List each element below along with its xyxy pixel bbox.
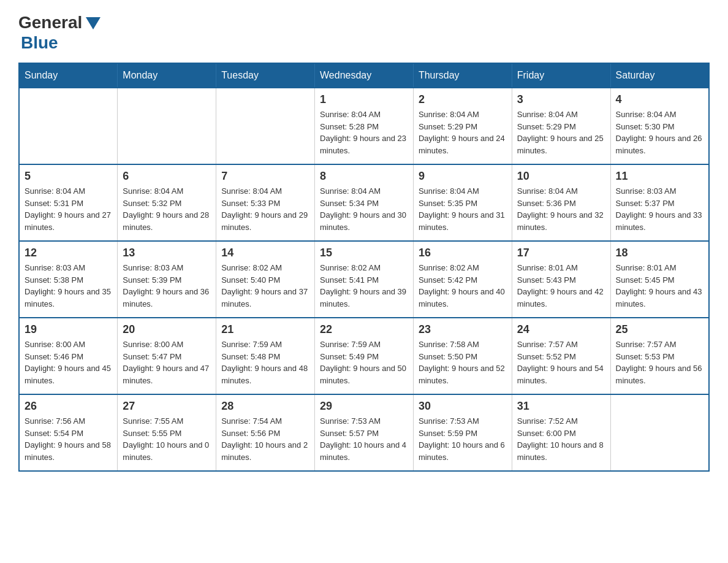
day-info: Sunrise: 8:03 AM Sunset: 5:39 PM Dayligh… [123,262,211,310]
calendar-cell: 9Sunrise: 8:04 AM Sunset: 5:35 PM Daylig… [413,164,512,241]
day-number: 27 [123,400,211,413]
day-number: 13 [123,247,211,259]
day-info: Sunrise: 8:01 AM Sunset: 5:43 PM Dayligh… [517,262,605,310]
day-info: Sunrise: 8:02 AM Sunset: 5:42 PM Dayligh… [419,262,507,310]
calendar-cell: 24Sunrise: 7:57 AM Sunset: 5:52 PM Dayli… [512,318,610,394]
calendar-cell: 5Sunrise: 8:04 AM Sunset: 5:31 PM Daylig… [19,164,118,241]
calendar-cell: 12Sunrise: 8:03 AM Sunset: 5:38 PM Dayli… [19,241,118,318]
page-header: General Blue [18,12,710,53]
calendar-cell: 30Sunrise: 7:53 AM Sunset: 5:59 PM Dayli… [413,394,512,471]
day-info: Sunrise: 8:02 AM Sunset: 5:40 PM Dayligh… [221,262,309,310]
calendar-cell [216,88,315,164]
calendar-cell: 16Sunrise: 8:02 AM Sunset: 5:42 PM Dayli… [413,241,512,318]
header-cell-tuesday: Tuesday [216,63,315,88]
calendar-cell: 10Sunrise: 8:04 AM Sunset: 5:36 PM Dayli… [512,164,610,241]
day-number: 22 [320,323,408,336]
calendar-week-4: 26Sunrise: 7:56 AM Sunset: 5:54 PM Dayli… [19,394,709,471]
day-info: Sunrise: 7:58 AM Sunset: 5:50 PM Dayligh… [419,339,507,386]
day-info: Sunrise: 7:54 AM Sunset: 5:56 PM Dayligh… [221,415,309,463]
calendar-cell: 1Sunrise: 8:04 AM Sunset: 5:28 PM Daylig… [315,88,414,164]
day-number: 1 [320,93,408,106]
day-info: Sunrise: 7:57 AM Sunset: 5:52 PM Dayligh… [517,339,605,386]
day-info: Sunrise: 8:03 AM Sunset: 5:37 PM Dayligh… [616,185,703,233]
calendar-week-2: 12Sunrise: 8:03 AM Sunset: 5:38 PM Dayli… [19,241,709,318]
calendar-cell: 4Sunrise: 8:04 AM Sunset: 5:30 PM Daylig… [610,88,709,164]
day-info: Sunrise: 8:04 AM Sunset: 5:36 PM Dayligh… [517,185,605,233]
day-number: 3 [517,93,605,106]
calendar-cell: 22Sunrise: 7:59 AM Sunset: 5:49 PM Dayli… [315,318,414,394]
calendar-cell [19,88,118,164]
day-number: 26 [25,400,112,413]
calendar-header: SundayMondayTuesdayWednesdayThursdayFrid… [19,63,709,88]
day-number: 21 [221,323,309,336]
day-info: Sunrise: 8:04 AM Sunset: 5:28 PM Dayligh… [320,109,408,156]
calendar-cell: 6Sunrise: 8:04 AM Sunset: 5:32 PM Daylig… [118,164,216,241]
day-number: 4 [616,93,703,106]
calendar-table: SundayMondayTuesdayWednesdayThursdayFrid… [18,63,710,472]
day-info: Sunrise: 8:00 AM Sunset: 5:47 PM Dayligh… [123,339,211,386]
calendar-cell: 29Sunrise: 7:53 AM Sunset: 5:57 PM Dayli… [315,394,414,471]
day-info: Sunrise: 7:56 AM Sunset: 5:54 PM Dayligh… [25,415,112,463]
calendar-cell: 20Sunrise: 8:00 AM Sunset: 5:47 PM Dayli… [118,318,216,394]
header-cell-sunday: Sunday [19,63,118,88]
day-info: Sunrise: 7:53 AM Sunset: 5:59 PM Dayligh… [419,415,507,463]
calendar-cell: 7Sunrise: 8:04 AM Sunset: 5:33 PM Daylig… [216,164,315,241]
calendar-cell: 19Sunrise: 8:00 AM Sunset: 5:46 PM Dayli… [19,318,118,394]
day-info: Sunrise: 7:55 AM Sunset: 5:55 PM Dayligh… [123,415,211,463]
day-number: 6 [123,170,211,183]
calendar-cell: 28Sunrise: 7:54 AM Sunset: 5:56 PM Dayli… [216,394,315,471]
day-info: Sunrise: 8:01 AM Sunset: 5:45 PM Dayligh… [616,262,703,310]
day-info: Sunrise: 8:04 AM Sunset: 5:33 PM Dayligh… [221,185,309,233]
day-info: Sunrise: 7:59 AM Sunset: 5:49 PM Dayligh… [320,339,408,386]
calendar-body: 1Sunrise: 8:04 AM Sunset: 5:28 PM Daylig… [19,88,709,471]
calendar-cell: 3Sunrise: 8:04 AM Sunset: 5:29 PM Daylig… [512,88,610,164]
day-number: 10 [517,170,605,183]
day-number: 7 [221,170,309,183]
calendar-cell: 15Sunrise: 8:02 AM Sunset: 5:41 PM Dayli… [315,241,414,318]
header-cell-thursday: Thursday [413,63,512,88]
svg-marker-0 [86,17,100,29]
day-number: 25 [616,323,703,336]
calendar-cell: 25Sunrise: 7:57 AM Sunset: 5:53 PM Dayli… [610,318,709,394]
day-number: 23 [419,323,507,336]
day-number: 29 [320,400,408,413]
day-number: 16 [419,247,507,259]
day-number: 5 [25,170,112,183]
day-info: Sunrise: 8:04 AM Sunset: 5:32 PM Dayligh… [123,185,211,233]
logo: General Blue [18,12,103,53]
calendar-cell: 2Sunrise: 8:04 AM Sunset: 5:29 PM Daylig… [413,88,512,164]
day-number: 8 [320,170,408,183]
day-info: Sunrise: 7:52 AM Sunset: 6:00 PM Dayligh… [517,415,605,463]
day-number: 12 [25,247,112,259]
day-info: Sunrise: 7:53 AM Sunset: 5:57 PM Dayligh… [320,415,408,463]
logo-triangle-icon [83,13,103,33]
header-cell-friday: Friday [512,63,610,88]
header-row: SundayMondayTuesdayWednesdayThursdayFrid… [19,63,709,88]
day-number: 9 [419,170,507,183]
calendar-week-1: 5Sunrise: 8:04 AM Sunset: 5:31 PM Daylig… [19,164,709,241]
logo-blue-text: Blue [21,33,58,52]
day-number: 15 [320,247,408,259]
day-info: Sunrise: 8:04 AM Sunset: 5:30 PM Dayligh… [616,109,703,156]
day-number: 11 [616,170,703,183]
day-number: 18 [616,247,703,259]
day-info: Sunrise: 8:03 AM Sunset: 5:38 PM Dayligh… [25,262,112,310]
calendar-cell [118,88,216,164]
calendar-week-0: 1Sunrise: 8:04 AM Sunset: 5:28 PM Daylig… [19,88,709,164]
calendar-cell: 27Sunrise: 7:55 AM Sunset: 5:55 PM Dayli… [118,394,216,471]
day-info: Sunrise: 8:04 AM Sunset: 5:35 PM Dayligh… [419,185,507,233]
day-number: 30 [419,400,507,413]
calendar-cell: 14Sunrise: 8:02 AM Sunset: 5:40 PM Dayli… [216,241,315,318]
day-info: Sunrise: 8:04 AM Sunset: 5:29 PM Dayligh… [517,109,605,156]
calendar-cell: 21Sunrise: 7:59 AM Sunset: 5:48 PM Dayli… [216,318,315,394]
day-number: 2 [419,93,507,106]
calendar-week-3: 19Sunrise: 8:00 AM Sunset: 5:46 PM Dayli… [19,318,709,394]
day-info: Sunrise: 7:59 AM Sunset: 5:48 PM Dayligh… [221,339,309,386]
calendar-cell: 13Sunrise: 8:03 AM Sunset: 5:39 PM Dayli… [118,241,216,318]
calendar-cell [610,394,709,471]
logo-general-text: General [18,13,82,33]
day-number: 20 [123,323,211,336]
header-cell-monday: Monday [118,63,216,88]
day-number: 17 [517,247,605,259]
day-info: Sunrise: 7:57 AM Sunset: 5:53 PM Dayligh… [616,339,703,386]
